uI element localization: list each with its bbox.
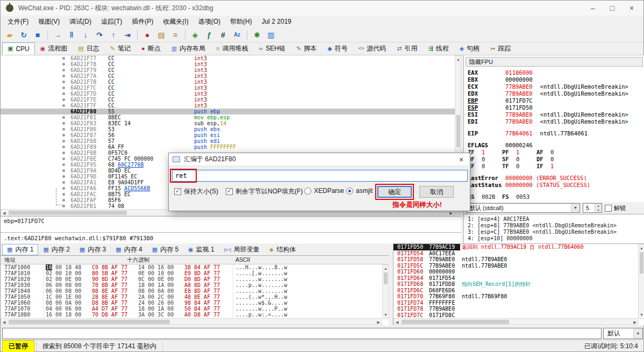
registers-panel[interactable]: 隐藏FPU EAX01186000EBX00000000ECX77B9ABE0<… bbox=[463, 55, 644, 202]
register-row[interactable] bbox=[468, 189, 644, 193]
register-row[interactable]: EBP0171FD7C bbox=[468, 97, 644, 104]
unlock-checkbox[interactable] bbox=[605, 205, 612, 212]
argument-row[interactable]: 2: [esp+8] 77B9ABE0 <ntdll.DbgUiRemoteBr… bbox=[468, 222, 644, 229]
register-row[interactable] bbox=[468, 137, 644, 142]
tab-局部变量[interactable]: [x=]局部变量 bbox=[219, 244, 264, 255]
disasm-row[interactable]: 6AD21F7DCCint3 bbox=[1, 91, 455, 97]
tab-源代码[interactable]: <>源代码 bbox=[353, 42, 392, 55]
keep-size-checkbox[interactable] bbox=[174, 188, 181, 195]
register-row[interactable] bbox=[468, 170, 644, 175]
command-profile-dropdown[interactable]: 默认 ▼ bbox=[603, 328, 643, 339]
stack-row[interactable]: 0171FD6000000000 bbox=[393, 269, 644, 275]
tab-流程图[interactable]: ◉流程图 bbox=[35, 42, 73, 55]
disasm-row[interactable]: 6AD21F8653push ebx bbox=[1, 126, 455, 132]
disasm-row[interactable]: 6AD21F79CCint3 bbox=[1, 67, 455, 73]
hide-fpu-button[interactable]: 隐藏FPU bbox=[466, 57, 643, 67]
memory-dump-panel[interactable]: 地址 十六进制 ASCII 77AF100016 00 18 48C0 8B A… bbox=[1, 255, 389, 325]
dump-row[interactable]: 77AF107004 00 06 00A4 D7 AF 7718 00 1A 0… bbox=[1, 306, 389, 312]
keep-size-checkbox-group[interactable]: 保持大小(S) bbox=[174, 187, 218, 196]
register-row[interactable]: EIP77B64061ntdll.77B64061 bbox=[468, 130, 644, 137]
dump-row[interactable]: 77AF10501C 00 1E 0028 8E AF 772A 00 2C 0… bbox=[1, 294, 389, 300]
stack-h-scrollbar-thumb[interactable] bbox=[402, 320, 509, 324]
dump-row[interactable]: 77AF101002 00 10 0080 5B AF 770E 00 10 0… bbox=[1, 270, 389, 276]
menu-plugins[interactable]: 插件(P) bbox=[127, 16, 158, 28]
tab-内存 4[interactable]: ▦内存 4 bbox=[111, 244, 147, 255]
argument-row[interactable]: 4: [esp+10] 00000000 bbox=[468, 235, 644, 242]
dump-row[interactable]: 77AF106008 00 0A 00D8 8B AF 7724 00 26 0… bbox=[1, 300, 389, 306]
restart-icon[interactable]: ↻ bbox=[17, 28, 30, 41]
step-over-icon[interactable]: ↷ bbox=[93, 28, 106, 41]
tab-引用[interactable]: ⇄引用 bbox=[391, 42, 423, 55]
disasm-row[interactable]: 6AD21F7BCCint3 bbox=[1, 79, 455, 85]
tab-句柄[interactable]: ◈句柄 bbox=[454, 42, 485, 55]
tab-线程[interactable]: ⇶线程 bbox=[423, 42, 454, 55]
strings-icon[interactable]: Az bbox=[231, 28, 244, 41]
stack-panel[interactable]: 0171FD5077B9AC19返回到 ntdll.77B9AC19 自 ntd… bbox=[393, 243, 644, 325]
register-row[interactable]: EAX01186000 bbox=[468, 69, 644, 76]
function-icon[interactable]: ƒ bbox=[203, 28, 216, 41]
breakpoint-icon[interactable]: ● bbox=[141, 28, 154, 41]
command-input[interactable] bbox=[2, 328, 602, 339]
stop-icon[interactable]: ■ bbox=[31, 28, 44, 41]
dump-row[interactable]: 77AF102002 00 0E 0090 8D AF 770C 00 0E 0… bbox=[1, 276, 389, 282]
open-file-icon[interactable]: ▰ bbox=[3, 28, 16, 41]
register-row[interactable]: ZF1PF1AF0 bbox=[468, 149, 644, 156]
dump-row[interactable]: 77AF108016 00 18 0070 D8 AF 773A 00 3C 0… bbox=[1, 312, 389, 318]
chevron-down-icon[interactable]: ▼ bbox=[571, 204, 579, 212]
tab-脚本[interactable]: ✎脚本 bbox=[291, 42, 322, 55]
register-row[interactable]: ECX77B9ABE0<ntdll.DbgUiRemoteBreakin> bbox=[468, 83, 644, 90]
menu-view[interactable]: 视图(V) bbox=[33, 16, 65, 28]
register-row[interactable]: EDI77B9ABE0<ntdll.DbgUiRemoteBreakin> bbox=[468, 118, 644, 125]
tab-结构体[interactable]: ◈结构体 bbox=[264, 244, 300, 255]
log-icon[interactable]: ≡ bbox=[169, 28, 182, 41]
menu-debug[interactable]: 调试(D) bbox=[65, 16, 96, 28]
register-row[interactable]: GS002BFS0053 bbox=[468, 193, 644, 200]
assemble-instruction-input[interactable] bbox=[172, 170, 468, 182]
disasm-row[interactable]: 6AD21F78CCint3 bbox=[1, 61, 455, 67]
tab-内存布局[interactable]: ▥内存布局 bbox=[166, 42, 211, 55]
unlock-checkbox-group[interactable]: 解锁 bbox=[605, 204, 626, 212]
stack-row[interactable]: 0171FD54A0C17EEA bbox=[393, 250, 644, 257]
arguments-panel[interactable]: 1: [esp+4] A0C17EEA2: [esp+8] 77B9ABE0 <… bbox=[463, 214, 644, 243]
step-into-icon[interactable]: ↓ bbox=[79, 28, 92, 41]
dialog-close-button[interactable]: × bbox=[453, 153, 470, 166]
graph-icon[interactable]: ◈ bbox=[189, 28, 202, 41]
stepper-arrows-icon[interactable]: ▲▼ bbox=[595, 204, 602, 212]
dump-row[interactable]: 77AF103006 00 08 0070 8B AF 7718 00 1A 0… bbox=[1, 282, 389, 288]
disasm-v-scrollbar-thumb[interactable] bbox=[456, 115, 460, 147]
nop-fill-checkbox-group[interactable]: 剩余字节以NOP填充(F) bbox=[226, 187, 303, 196]
tab-监视 1[interactable]: ◉监视 1 bbox=[183, 244, 219, 255]
register-row[interactable]: LastStatus00000000 (STATUS_SUCCESS) bbox=[468, 182, 644, 189]
dump-h-scrollbar-thumb[interactable] bbox=[9, 320, 170, 324]
disasm-row[interactable]: 6AD21F896A FFpush FFFFFFFF bbox=[1, 144, 455, 150]
tab-符号[interactable]: ◆符号 bbox=[322, 42, 353, 55]
cancel-button[interactable]: 取消 bbox=[419, 186, 454, 198]
dump-v-scrollbar-thumb[interactable] bbox=[384, 272, 388, 284]
stack-row[interactable]: 0171FD680171FDD8指向SEH_Record[1]的指针 bbox=[393, 281, 644, 288]
menu-options[interactable]: 选项(O) bbox=[194, 16, 225, 28]
stack-row[interactable]: 0171FD7877B9ABE0 bbox=[393, 306, 644, 312]
stack-row[interactable]: 0171FD7C0171FD8C bbox=[393, 312, 644, 319]
computer-icon[interactable]: ▥ bbox=[264, 28, 277, 41]
menu-help[interactable]: 帮助(H) bbox=[225, 16, 257, 28]
disasm-row[interactable]: 6AD21F8857push edi bbox=[1, 138, 455, 144]
disasm-row[interactable]: 6AD21F7FCCint3 bbox=[1, 103, 455, 109]
run-to-user-code-icon[interactable]: ⇥ bbox=[121, 28, 134, 41]
settings-icon[interactable]: ✱ bbox=[251, 28, 263, 41]
stack-row[interactable]: 0171FD7077B69F80ntdll.77B69F80 bbox=[393, 293, 644, 300]
tab-内存 5[interactable]: ▦内存 5 bbox=[147, 244, 183, 255]
pause-icon[interactable]: ‖ bbox=[65, 28, 78, 41]
register-row[interactable]: ESI77B9ABE0<ntdll.DbgUiRemoteBreakin> bbox=[468, 111, 644, 118]
xedparse-radio[interactable] bbox=[304, 188, 311, 195]
dump-h-scrollbar[interactable]: ◀▶ bbox=[1, 318, 382, 325]
disasm-row[interactable]: 6AD21F7ECCint3 bbox=[1, 97, 455, 103]
disasm-row[interactable]: 6AD21F8383EC 14sub esp,14 bbox=[1, 120, 455, 126]
step-out-icon[interactable]: ↑ bbox=[107, 28, 120, 41]
run-icon[interactable]: → bbox=[51, 28, 64, 41]
disasm-row[interactable]: 6AD21F77CCint3 bbox=[1, 55, 455, 61]
nop-fill-checkbox[interactable] bbox=[226, 188, 233, 195]
chevron-down-icon[interactable]: ▼ bbox=[633, 328, 642, 339]
disasm-row[interactable]: 6AD21F818BECmov ebp,esp bbox=[1, 114, 455, 120]
dump-row[interactable]: 77AF100016 00 18 48C0 8B AF 7714 00 16 0… bbox=[1, 264, 389, 270]
disasm-h-scrollbar-thumb[interactable] bbox=[9, 211, 127, 215]
